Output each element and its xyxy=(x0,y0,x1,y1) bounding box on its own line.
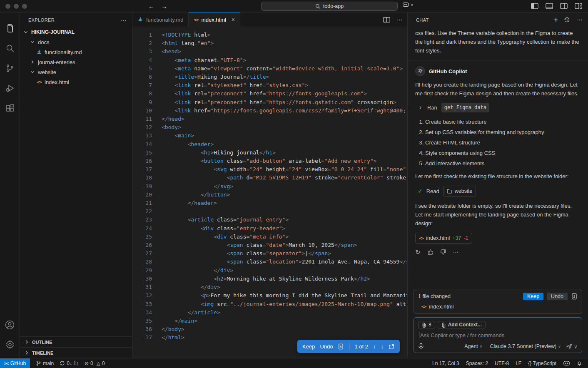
chat-input-field[interactable]: Ask Copilot or type / for commands xyxy=(419,332,578,338)
code-line[interactable]: 16 <button class="add-button" aria-label… xyxy=(132,157,407,165)
code-line[interactable]: 5 <meta name="viewport" content="width=d… xyxy=(132,65,407,73)
microphone-icon[interactable] xyxy=(418,343,424,350)
changed-file-chip[interactable]: <> index.html +37 -1 xyxy=(415,233,472,244)
tree-item-functionality-md[interactable]: functionality.md xyxy=(20,47,132,57)
keep-all-button[interactable]: Keep xyxy=(523,293,543,300)
run-debug-icon[interactable] xyxy=(0,78,20,98)
code-line[interactable]: 25 <div class="meta-info"> xyxy=(132,233,407,241)
code-line[interactable]: 30 <h2>Morning hike at Skyline Wildernes… xyxy=(132,275,407,283)
diff-file-icon[interactable] xyxy=(338,343,344,350)
code-line[interactable]: 34 </article> xyxy=(132,308,407,317)
send-icon[interactable] xyxy=(566,343,573,350)
history-forward-button[interactable]: → xyxy=(161,2,167,10)
copilot-status-icon[interactable] xyxy=(563,361,570,366)
search-view-icon[interactable] xyxy=(0,38,20,58)
notifications-bell-icon[interactable] xyxy=(577,361,582,366)
code-line[interactable]: 18 <path d="M12 5V19M5 12H19" stroke="cu… xyxy=(132,174,407,182)
code-editor[interactable]: 1<!DOCTYPE html>2<html lang="en">3<head>… xyxy=(132,27,407,358)
code-line[interactable]: 3<head> xyxy=(132,47,407,56)
attachments-chip[interactable]: 8 xyxy=(418,321,435,328)
rerun-icon[interactable]: ↻ xyxy=(415,248,421,256)
undo-all-button[interactable]: Undo xyxy=(547,293,568,300)
message-more-actions-icon[interactable]: ⋯ xyxy=(453,248,459,256)
tab-index-html[interactable]: <> index.html × xyxy=(189,12,240,27)
code-line[interactable]: 13 <main> xyxy=(132,132,407,140)
explorer-icon[interactable] xyxy=(0,18,20,38)
close-window-button[interactable] xyxy=(5,4,10,9)
code-line[interactable]: 4 <meta charset="UTF-8"> xyxy=(132,56,407,65)
command-center-search[interactable]: todo-app xyxy=(261,2,398,11)
code-line[interactable]: 29 </div> xyxy=(132,266,407,275)
language-mode[interactable]: {} TypeScript xyxy=(528,361,556,366)
code-line[interactable]: 23 <article class="journal-entry"> xyxy=(132,216,407,224)
indentation-setting[interactable]: Spaces: 2 xyxy=(466,361,488,366)
code-line[interactable]: 10 <link href="https://fonts.googleapis.… xyxy=(132,107,407,115)
code-line[interactable]: 27 <span class="separator">|</span> xyxy=(132,249,407,258)
toggle-sidebar-icon[interactable] xyxy=(531,3,538,9)
code-line[interactable]: 32 <p>For my hike this morning I did the… xyxy=(132,291,407,300)
code-line[interactable]: 33 <img src="../journal-enteries/images/… xyxy=(132,300,407,308)
tab-functionality-md[interactable]: functionality.md xyxy=(132,12,189,27)
timeline-section[interactable]: TIMELINE xyxy=(20,347,132,358)
tree-item-docs[interactable]: docs xyxy=(20,37,132,47)
undo-change-button[interactable]: Undo xyxy=(320,343,333,350)
model-picker[interactable]: Claude 3.7 Sonnet (Preview) ∨ xyxy=(487,343,563,350)
copilot-menu-button[interactable]: ∨ xyxy=(402,2,414,8)
toggle-secondary-sidebar-icon[interactable] xyxy=(560,3,568,9)
code-line[interactable]: 1<!DOCTYPE html> xyxy=(132,31,407,39)
code-line[interactable]: 24 <div class="entry-header"> xyxy=(132,224,407,233)
thumbs-up-icon[interactable] xyxy=(427,249,434,255)
chat-messages[interactable]: css files. Use the Theme variable collec… xyxy=(408,27,588,289)
code-line[interactable]: 14 <header> xyxy=(132,140,407,149)
minimize-window-button[interactable] xyxy=(14,4,19,9)
mode-picker[interactable]: Agent ∨ xyxy=(462,343,485,350)
thumbs-down-icon[interactable] xyxy=(440,249,446,255)
chat-input-box[interactable]: 8 Add Context... Ask Copilot or type / f… xyxy=(414,317,582,353)
next-change-icon[interactable]: ↓ xyxy=(381,343,384,350)
encoding-setting[interactable]: UTF-8 xyxy=(495,361,509,366)
code-line[interactable]: 11</head> xyxy=(132,115,407,123)
close-tab-icon[interactable]: × xyxy=(232,16,235,23)
code-line[interactable]: 9 <link rel="preconnect" href="https://f… xyxy=(132,98,407,107)
source-control-icon[interactable] xyxy=(0,58,20,78)
customize-layout-icon[interactable] xyxy=(575,3,582,9)
code-line[interactable]: 7 <link rel="stylesheet" href="styles.cs… xyxy=(132,81,407,90)
editor-more-actions-icon[interactable]: ⋯ xyxy=(396,16,403,24)
view-changes-icon[interactable] xyxy=(571,293,578,300)
explorer-more-actions-icon[interactable]: ⋯ xyxy=(121,17,127,23)
extensions-icon[interactable] xyxy=(0,98,20,118)
outline-section[interactable]: OUTLINE xyxy=(20,336,132,347)
accounts-icon[interactable] xyxy=(0,315,20,335)
code-line[interactable]: 6 <title>Hiking Journal</title> xyxy=(132,73,407,81)
tree-item-index-html[interactable]: <>index.html xyxy=(20,77,132,87)
code-line[interactable]: 35 </main> xyxy=(132,317,407,325)
previous-change-icon[interactable]: ↑ xyxy=(373,343,376,350)
add-context-chip[interactable]: Add Context... xyxy=(438,321,486,328)
tree-root-hiking-journal[interactable]: HIKING-JOURNAL xyxy=(20,27,132,37)
code-line[interactable]: 22 xyxy=(132,207,407,216)
split-editor-icon[interactable] xyxy=(383,17,390,23)
remote-indicator[interactable]: >< GitHub xyxy=(0,358,30,368)
cursor-position[interactable]: Ln 17, Col 3 xyxy=(432,361,459,366)
code-line[interactable]: 20 </button> xyxy=(132,191,407,199)
new-chat-icon[interactable]: + xyxy=(554,16,558,24)
read-tool-row[interactable]: ✓ Read website xyxy=(418,186,581,196)
window-controls[interactable] xyxy=(5,4,27,9)
keep-change-button[interactable]: Keep xyxy=(302,343,315,350)
code-line[interactable]: 15 <h1>Hiking journal</h1> xyxy=(132,149,407,157)
problems-indicator[interactable]: ⊘ 0 △ 0 xyxy=(85,361,105,366)
chat-history-icon[interactable] xyxy=(564,17,570,23)
read-target-chip[interactable]: website xyxy=(443,186,476,196)
code-line[interactable]: 8 <link rel="preconnect" href="https://f… xyxy=(132,90,407,98)
tree-item-website[interactable]: website xyxy=(20,67,132,77)
eol-setting[interactable]: LF xyxy=(516,361,521,366)
code-line[interactable]: 12<body> xyxy=(132,123,407,132)
maximize-window-button[interactable] xyxy=(22,4,27,9)
code-line[interactable]: 36</body> xyxy=(132,325,407,333)
code-line[interactable]: 28 <span class="location">2201 Imola Ave… xyxy=(132,258,407,266)
sync-indicator[interactable]: 0↓ 1↑ xyxy=(60,361,79,366)
toggle-panel-icon[interactable] xyxy=(546,3,553,9)
code-line[interactable]: 31 </div> xyxy=(132,283,407,291)
code-line[interactable]: 21 </header> xyxy=(132,199,407,207)
code-line[interactable]: 26 <span class="date">March 10, 2025</sp… xyxy=(132,241,407,249)
